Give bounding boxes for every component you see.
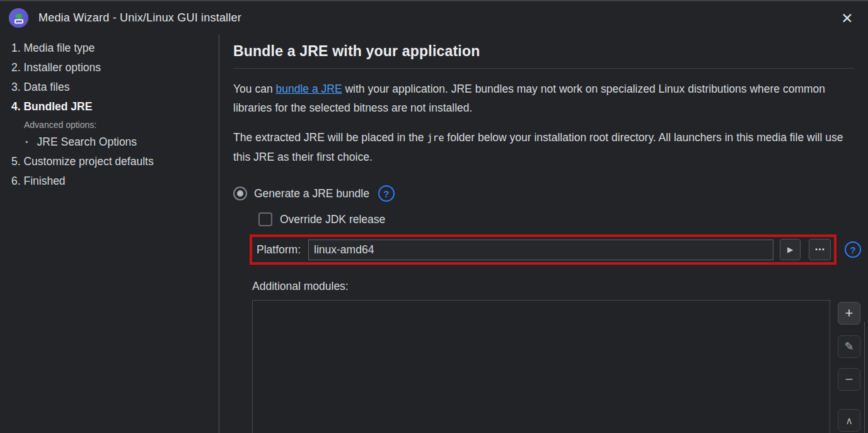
wizard-steps-sidebar: 1. Media file type 2. Installer options …: [0, 35, 219, 433]
radio-selected-dot: [237, 190, 243, 197]
step-jre-search-options[interactable]: • JRE Search Options: [25, 136, 212, 149]
plus-icon: +: [845, 305, 854, 321]
wizard-window: Media Wizard - Unix/Linux GUI installer …: [0, 0, 868, 433]
pencil-icon: ✎: [844, 340, 854, 354]
platform-help-icon[interactable]: ?: [845, 241, 861, 258]
panel-right-edge: [864, 321, 865, 433]
jre-bundle-help-icon[interactable]: ?: [378, 185, 395, 202]
window-title: Media Wizard - Unix/Linux GUI installer: [38, 11, 241, 25]
heading-divider: [233, 68, 854, 69]
bullet-icon: •: [25, 136, 28, 149]
main-panel: Bundle a JRE with your application You c…: [219, 35, 868, 433]
intro-paragraph: You can bundle a JRE with your applicati…: [233, 79, 846, 117]
additional-modules-section: + ✎ − ∧: [233, 300, 868, 433]
modules-button-column: + ✎ − ∧: [838, 300, 860, 432]
move-up-button[interactable]: ∧: [838, 409, 860, 432]
add-module-button[interactable]: +: [838, 302, 860, 325]
generate-jre-bundle-row: Generate a JRE bundle ?: [233, 185, 868, 202]
title-bar: Media Wizard - Unix/Linux GUI installer …: [0, 1, 868, 35]
step-media-file-type[interactable]: 1. Media file type: [11, 42, 212, 55]
override-jdk-release-row: Override JDK release: [258, 212, 868, 226]
additional-modules-label: Additional modules:: [252, 280, 868, 293]
generate-jre-bundle-radio[interactable]: [233, 187, 247, 200]
platform-row: Platform: ▶ … ?: [233, 234, 868, 265]
platform-browse-button[interactable]: …: [809, 239, 831, 260]
para2-text-before: The extracted JRE will be placed in the: [233, 131, 427, 144]
step-jre-search-options-label: JRE Search Options: [37, 136, 137, 149]
platform-label: Platform:: [257, 243, 301, 257]
bundle-a-jre-link[interactable]: bundle a JRE: [275, 83, 342, 95]
step-data-files[interactable]: 3. Data files: [11, 81, 212, 94]
step-installer-options[interactable]: 2. Installer options: [11, 61, 212, 74]
override-jdk-release-checkbox[interactable]: [258, 212, 272, 226]
platform-dropdown-button[interactable]: ▶: [780, 239, 801, 260]
play-arrow-icon: ▶: [787, 245, 793, 254]
edit-module-button[interactable]: ✎: [838, 335, 860, 358]
advanced-options-label: Advanced options:: [24, 120, 212, 130]
close-icon[interactable]: ✕: [836, 8, 858, 29]
para1-text-before: You can: [233, 83, 275, 95]
minus-icon: −: [845, 371, 854, 388]
generate-jre-bundle-label: Generate a JRE bundle: [254, 187, 369, 200]
platform-input[interactable]: [308, 240, 773, 260]
step-customize-project-defaults[interactable]: 5. Customize project defaults: [11, 155, 212, 168]
step-finished[interactable]: 6. Finished: [11, 175, 212, 188]
remove-module-button[interactable]: −: [838, 368, 860, 391]
page-title: Bundle a JRE with your application: [233, 43, 868, 60]
platform-row-highlight: Platform: ▶ …: [250, 234, 836, 265]
additional-modules-list[interactable]: [252, 300, 830, 433]
step-bundled-jre-current[interactable]: 4. Bundled JRE: [11, 100, 212, 113]
install-icon: [13, 13, 25, 24]
install-app-icon: [9, 8, 28, 28]
jre-code-text: jre: [427, 132, 444, 144]
override-jdk-release-label: Override JDK release: [280, 213, 385, 226]
ellipsis-icon: …: [814, 241, 825, 253]
chevron-up-icon: ∧: [845, 415, 853, 427]
jre-folder-paragraph: The extracted JRE will be placed in the …: [233, 128, 846, 166]
